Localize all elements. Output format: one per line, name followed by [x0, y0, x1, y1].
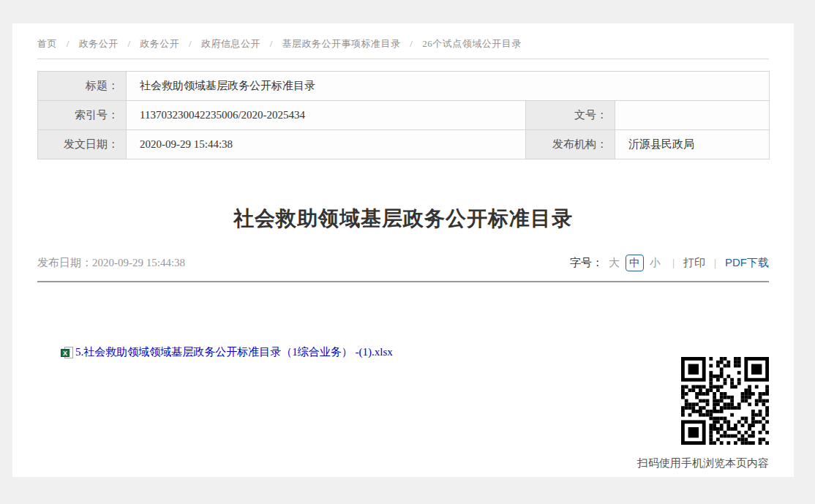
breadcrumb-link-5[interactable]: 26个试点领域公开目录 — [422, 38, 522, 49]
breadcrumb-separator: / — [270, 38, 273, 49]
issue-date-value: 2020-09-29 15:44:38 — [127, 130, 526, 159]
attachment-link[interactable]: 5.社会救助领域领域基层政务公开标准目录（1综合业务） -(1).xlsx — [75, 345, 393, 359]
breadcrumb: 首页 / 政务公开 / 政务公开 / 政府信息公开 / 基层政务公开事项标准目录… — [37, 23, 769, 50]
breadcrumb-link-3[interactable]: 政府信息公开 — [201, 38, 260, 49]
breadcrumb-separator: / — [189, 38, 192, 49]
print-button[interactable]: 打印 — [683, 256, 705, 270]
breadcrumb-separator: / — [127, 38, 130, 49]
table-row: 发文日期： 2020-09-29 15:44:38 发布机构： 沂源县民政局 — [38, 130, 770, 159]
title-label: 标题： — [38, 72, 127, 101]
svg-text:X: X — [63, 349, 67, 356]
table-row: 标题： 社会救助领域基层政务公开标准目录 — [38, 72, 770, 101]
article-meta-row: 发布日期：2020-09-29 15:44:38 字号： 大 中 小 | 打印 … — [37, 255, 769, 271]
attachment-row: X 5.社会救助领域领域基层政务公开标准目录（1综合业务） -(1).xlsx — [61, 345, 393, 359]
font-size-large-button[interactable]: 大 — [609, 256, 620, 270]
publish-date-value: 2020-09-29 15:44:38 — [92, 257, 185, 268]
index-number-value: 113703230042235006/2020-2025434 — [127, 101, 526, 130]
breadcrumb-divider — [37, 59, 769, 59]
doc-number-value — [615, 101, 770, 130]
font-size-small-button[interactable]: 小 — [650, 256, 661, 270]
doc-number-label: 文号： — [526, 101, 615, 130]
pdf-download-link[interactable]: PDF下载 — [725, 256, 769, 270]
issue-date-label: 发文日期： — [38, 130, 127, 159]
breadcrumb-separator: / — [67, 38, 70, 49]
issuing-org-value: 沂源县民政局 — [615, 130, 770, 159]
content-panel: 首页 / 政务公开 / 政务公开 / 政府信息公开 / 基层政务公开事项标准目录… — [12, 23, 794, 477]
excel-file-icon: X — [61, 347, 73, 358]
qr-code — [681, 357, 769, 445]
breadcrumb-link-4[interactable]: 基层政务公开事项标准目录 — [282, 38, 401, 49]
issuing-org-label: 发布机构： — [526, 130, 615, 159]
article-body: X 5.社会救助领域领域基层政务公开标准目录（1综合业务） -(1).xlsx … — [37, 282, 769, 470]
title-value: 社会救助领域基层政务公开标准目录 — [127, 72, 770, 101]
table-row: 索引号： 113703230042235006/2020-2025434 文号： — [38, 101, 770, 130]
article-toolbar: 字号： 大 中 小 | 打印 | PDF下载 — [570, 255, 769, 271]
breadcrumb-separator: / — [410, 38, 413, 49]
breadcrumb-link-1[interactable]: 政务公开 — [79, 38, 119, 49]
toolbar-separator: | — [672, 257, 675, 269]
document-info-table: 标题： 社会救助领域基层政务公开标准目录 索引号： 11370323004223… — [37, 71, 770, 159]
publish-date-label: 发布日期： — [37, 257, 92, 268]
font-size-medium-button[interactable]: 中 — [626, 255, 644, 271]
breadcrumb-link-2[interactable]: 政务公开 — [140, 38, 179, 49]
font-size-label: 字号： — [570, 256, 603, 270]
qr-caption: 扫码使用手机浏览本页内容 — [637, 456, 769, 470]
toolbar-separator: | — [714, 257, 716, 269]
publish-date: 发布日期：2020-09-29 15:44:38 — [37, 256, 185, 270]
index-number-label: 索引号： — [38, 101, 127, 130]
page-title: 社会救助领域基层政务公开标准目录 — [37, 205, 769, 233]
breadcrumb-link-home[interactable]: 首页 — [37, 38, 57, 49]
qr-block: 扫码使用手机浏览本页内容 — [637, 357, 769, 470]
